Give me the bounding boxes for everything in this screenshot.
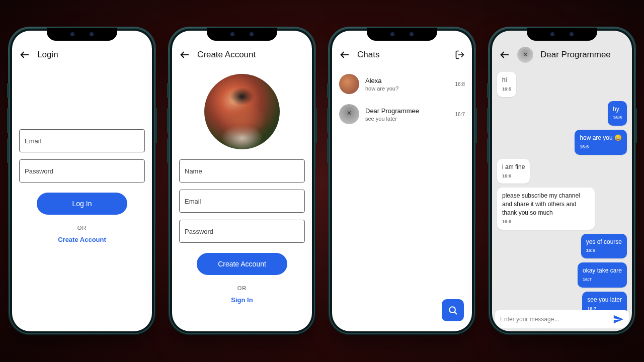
conversation-screen: Dear Programmee hi16:5hy16:5how are you …	[492, 31, 632, 331]
chat-info: Alexa how are you?	[365, 77, 449, 92]
phone-create-account: Create Account Name Email Password Creat…	[169, 28, 315, 334]
create-account-button[interactable]: Create Account	[197, 253, 287, 275]
side-button	[155, 108, 157, 143]
chats-screen: Chats Alexa how are you? 16:8	[332, 31, 472, 331]
message-time: 16:6	[502, 173, 511, 178]
back-arrow-icon[interactable]	[499, 49, 510, 60]
phone-login: Login Email Password Log In OR Create Ac…	[9, 28, 155, 334]
message-incoming: hi16:5	[497, 72, 516, 97]
message-time: 16:7	[583, 277, 592, 282]
chat-avatar	[339, 74, 359, 94]
name-label: Name	[185, 167, 202, 175]
email-label: Email	[185, 198, 201, 205]
side-button	[7, 108, 9, 133]
chat-time: 16:7	[455, 112, 465, 117]
phone-conversation: Dear Programmee hi16:5hy16:5how are you …	[489, 28, 635, 334]
side-button	[167, 138, 169, 163]
chat-time: 16:8	[455, 81, 465, 87]
chats-list: Alexa how are you? 16:8 Dear Programmee …	[332, 69, 472, 129]
message-time: 16:6	[502, 219, 511, 224]
message-text: please subscribe my channel and share it…	[502, 192, 590, 217]
back-arrow-icon[interactable]	[19, 49, 30, 60]
conversation-appbar: Dear Programmee	[492, 41, 632, 69]
side-button	[475, 108, 477, 143]
side-button	[487, 83, 489, 98]
password-label: Password	[25, 167, 53, 175]
message-time: 16:5	[613, 115, 622, 120]
side-button	[7, 83, 9, 98]
side-button	[315, 108, 317, 143]
chat-name: Dear Programmee	[365, 107, 449, 115]
message-text: hy	[613, 105, 622, 114]
back-arrow-icon[interactable]	[339, 49, 350, 60]
side-button	[327, 138, 329, 163]
messages-list[interactable]: hi16:5hy16:5how are you 😄16:6i am fine16…	[492, 69, 632, 325]
chat-list-item[interactable]: Dear Programmee see you later 16:7	[332, 99, 472, 129]
message-time: 16:5	[502, 86, 511, 92]
page-title: Chats	[357, 50, 379, 60]
side-button	[487, 138, 489, 163]
chats-appbar: Chats	[332, 41, 472, 69]
side-button	[7, 138, 9, 163]
create-appbar: Create Account	[172, 41, 312, 69]
search-fab[interactable]	[442, 299, 464, 321]
page-title: Create Account	[197, 50, 256, 60]
email-label: Email	[25, 137, 41, 145]
side-button	[327, 108, 329, 133]
search-icon	[448, 305, 458, 315]
chat-list-item[interactable]: Alexa how are you? 16:8	[332, 69, 472, 99]
message-text: yes of course	[586, 238, 622, 246]
login-appbar: Login	[12, 41, 152, 69]
phone-notch	[207, 28, 277, 41]
message-incoming: please subscribe my channel and share it…	[497, 188, 595, 229]
message-time: 16:6	[586, 248, 595, 253]
signin-link[interactable]: Sign In	[179, 296, 305, 304]
email-field[interactable]: Email	[179, 190, 305, 213]
phone-chats: Chats Alexa how are you? 16:8	[329, 28, 475, 334]
chat-preview: see you later	[365, 116, 449, 122]
login-form: Email Password Log In OR Create Account	[12, 129, 152, 243]
side-button	[167, 83, 169, 98]
message-outgoing: how are you 😄16:6	[575, 130, 627, 155]
phone-notch	[367, 28, 437, 41]
phone-mockups-row: Login Email Password Log In OR Create Ac…	[0, 0, 644, 334]
create-form: Name Email Password Create Account OR Si…	[172, 74, 312, 304]
message-outgoing: hy16:5	[608, 101, 627, 126]
password-label: Password	[185, 228, 213, 235]
login-button[interactable]: Log In	[37, 193, 127, 215]
profile-avatar[interactable]	[204, 74, 280, 149]
compose-bar: Enter your message...	[495, 310, 629, 328]
password-field[interactable]: Password	[179, 220, 305, 243]
message-text: see you later	[587, 296, 622, 304]
email-field[interactable]: Email	[19, 129, 145, 152]
side-button	[635, 108, 637, 143]
side-button	[167, 108, 169, 133]
back-arrow-icon[interactable]	[179, 49, 190, 60]
chat-info: Dear Programmee see you later	[365, 107, 449, 122]
create-account-link[interactable]: Create Account	[19, 236, 145, 243]
login-screen: Login Email Password Log In OR Create Ac…	[12, 31, 152, 331]
page-title: Login	[37, 50, 58, 60]
create-account-screen: Create Account Name Email Password Creat…	[172, 31, 312, 331]
message-text: hi	[502, 76, 511, 84]
chat-preview: how are you?	[365, 85, 449, 92]
password-field[interactable]: Password	[19, 159, 145, 183]
message-input[interactable]: Enter your message...	[500, 316, 608, 323]
message-text: okay take care	[583, 266, 622, 275]
send-icon[interactable]	[613, 314, 624, 325]
name-field[interactable]: Name	[179, 159, 305, 183]
message-outgoing: yes of course16:6	[581, 234, 627, 259]
side-button	[327, 83, 329, 98]
svg-line-5	[454, 312, 456, 314]
side-button	[487, 108, 489, 133]
conversation-avatar	[517, 47, 533, 63]
page-title: Dear Programmee	[540, 50, 611, 60]
message-time: 16:6	[580, 144, 589, 149]
logout-icon[interactable]	[455, 50, 465, 60]
chat-name: Alexa	[365, 77, 449, 84]
message-text: i am fine	[502, 163, 525, 171]
phone-notch	[47, 28, 117, 41]
or-divider: OR	[19, 225, 145, 231]
message-outgoing: okay take care16:7	[578, 262, 627, 288]
chat-avatar	[339, 104, 359, 124]
